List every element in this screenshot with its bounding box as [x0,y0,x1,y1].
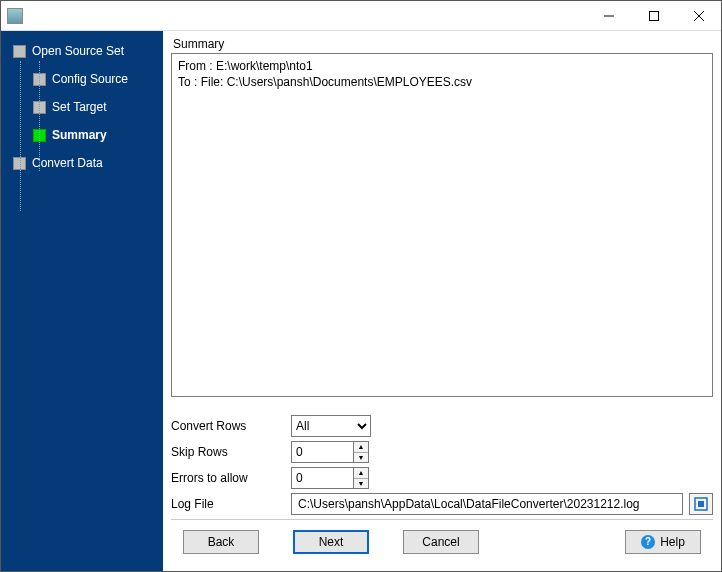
sidebar-item-label: Open Source Set [32,44,124,58]
sidebar-item-label: Config Source [52,72,128,86]
errors-to-allow-label: Errors to allow [171,471,291,485]
maximize-button[interactable] [631,1,676,30]
spin-up-icon[interactable]: ▲ [354,468,368,479]
log-file-input[interactable] [291,493,683,515]
svg-rect-5 [698,501,704,507]
sidebar-item-label: Convert Data [32,156,103,170]
wizard-footer: Back Next Cancel ? Help [171,519,713,563]
options-panel: Convert Rows All Skip Rows ▲ ▼ [171,411,713,519]
spin-down-icon[interactable]: ▼ [354,453,368,463]
summary-text-area[interactable]: From : E:\work\temp\nto1 To : File: C:\U… [171,53,713,397]
browse-icon [694,497,708,511]
summary-line-from: From : E:\work\temp\nto1 [178,58,706,74]
back-button[interactable]: Back [183,530,259,554]
skip-rows-label: Skip Rows [171,445,291,459]
cancel-button[interactable]: Cancel [403,530,479,554]
next-button[interactable]: Next [293,530,369,554]
errors-to-allow-spinner[interactable]: ▲ ▼ [291,467,369,489]
help-button[interactable]: ? Help [625,530,701,554]
close-button[interactable] [676,1,721,30]
errors-to-allow-input[interactable] [291,467,353,489]
convert-rows-label: Convert Rows [171,419,291,433]
spin-down-icon[interactable]: ▼ [354,479,368,489]
skip-rows-input[interactable] [291,441,353,463]
step-icon [13,45,26,58]
wizard-sidebar: Open Source Set Config Source Set Target… [1,31,163,571]
svg-rect-1 [649,11,658,20]
sidebar-item-label: Summary [52,128,107,142]
main-panel: Summary From : E:\work\temp\nto1 To : Fi… [163,31,721,571]
app-icon [7,8,23,24]
skip-rows-spinner[interactable]: ▲ ▼ [291,441,369,463]
sidebar-item-open-source-set[interactable]: Open Source Set [1,41,163,61]
log-file-browse-button[interactable] [689,493,713,515]
help-icon: ? [641,535,655,549]
summary-line-to: To : File: C:\Users\pansh\Documents\EMPL… [178,74,706,90]
minimize-button[interactable] [586,1,631,30]
section-title: Summary [173,37,713,51]
sidebar-item-label: Set Target [52,100,106,114]
titlebar [1,1,721,31]
convert-rows-select[interactable]: All [291,415,371,437]
spin-up-icon[interactable]: ▲ [354,442,368,453]
log-file-label: Log File [171,497,291,511]
app-window: Open Source Set Config Source Set Target… [0,0,722,572]
